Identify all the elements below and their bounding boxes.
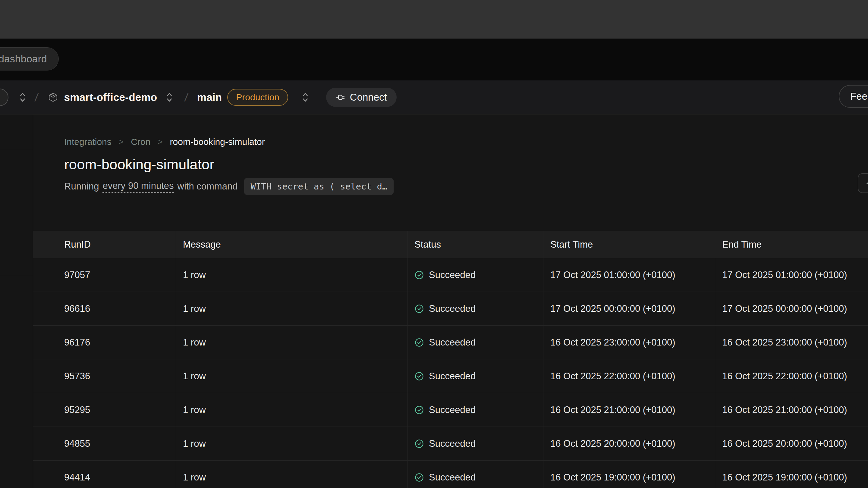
feedback-button[interactable]: Feedback [839,85,868,108]
workspace-name[interactable]: smart-office-demo [64,91,157,103]
breadcrumb-item-current: room-booking-simulator [170,137,265,147]
branch-selector-chevrons-icon[interactable] [301,91,309,103]
window-titlebar [0,0,868,38]
schedule-text[interactable]: every 90 minutes [102,181,174,193]
browser-tab-dashboard[interactable]: dashboard [0,47,59,70]
status-cell: Succeeded [407,359,543,393]
org-selector-chevrons-icon[interactable] [19,91,27,103]
column-header-message: Message [176,231,407,258]
check-circle-icon [414,371,424,381]
table-row[interactable]: 95295 1 row Succeeded 16 Oct 2025 21:00:… [33,393,868,427]
start-time-cell: 16 Oct 2025 19:00:00 (+0100) [543,461,715,488]
main-panel: Integrations > Cron > room-booking-simul… [33,115,868,488]
connect-label: Connect [350,92,387,103]
table-row[interactable]: 94855 1 row Succeeded 16 Oct 2025 20:00:… [33,427,868,461]
message-cell: 1 row [176,461,407,488]
end-time-cell: 17 Oct 2025 01:00:00 (+0100) [715,258,868,292]
start-time-cell: 16 Oct 2025 20:00:00 (+0100) [543,427,715,460]
start-time-cell: 16 Oct 2025 23:00:00 (+0100) [543,326,715,359]
table-row[interactable]: 95736 1 row Succeeded 16 Oct 2025 22:00:… [33,359,868,393]
run-id-cell: 95295 [33,393,176,427]
message-cell: 1 row [176,427,407,460]
table-row[interactable]: 96616 1 row Succeeded 17 Oct 2025 00:00:… [33,292,868,326]
check-circle-icon [414,304,424,314]
check-circle-icon [414,338,424,347]
breadcrumb-slash: / [34,91,39,104]
branch-name[interactable]: main [197,91,222,103]
collapsed-sidebar[interactable] [0,115,33,488]
status-badge: Succeeded [429,337,475,348]
end-time-cell: 17 Oct 2025 00:00:00 (+0100) [715,292,868,325]
column-header-status: Status [407,231,543,258]
column-header-start-time: Start Time [543,231,715,258]
runs-table: RunID Message Status Start Time End Time… [33,231,868,488]
message-cell: 1 row [176,326,407,359]
workspace-toolbar: / smart-office-demo / main Production Co… [0,80,868,115]
table-row[interactable]: 94414 1 row Succeeded 16 Oct 2025 19:00:… [33,461,868,488]
plug-icon [336,93,345,102]
browser-tabstrip: dashboard [0,38,868,80]
run-id-cell: 97057 [33,258,176,292]
schedule-subtitle: Running every 90 minutes with command WI… [64,178,868,195]
status-cell: Succeeded [407,393,543,427]
run-id-cell: 94414 [33,461,176,488]
breadcrumb-item-cron[interactable]: Cron [131,137,150,147]
message-cell: 1 row [176,258,407,292]
workspace-package-icon [48,92,58,102]
command-snippet-chip[interactable]: WITH secret as ( select d… [244,178,394,195]
sidebar-divider [0,275,33,275]
tab-label: dashboard [0,53,47,65]
message-cell: 1 row [176,393,407,427]
run-id-cell: 94855 [33,427,176,460]
end-time-cell: 16 Oct 2025 21:00:00 (+0100) [715,393,868,427]
check-circle-icon [414,405,424,415]
end-time-cell: 16 Oct 2025 20:00:00 (+0100) [715,427,868,460]
end-time-cell: 16 Oct 2025 19:00:00 (+0100) [715,461,868,488]
ai-assistant-button[interactable] [858,173,868,193]
subtitle-prefix: Running [64,181,99,192]
message-cell: 1 row [176,292,407,325]
table-header-row: RunID Message Status Start Time End Time [33,231,868,258]
sparkle-icon [865,179,868,187]
check-circle-icon [414,473,424,482]
subtitle-middle: with command [178,181,238,192]
status-badge: Succeeded [429,438,475,449]
page-title: room-booking-simulator [64,156,868,173]
breadcrumb-separator: > [119,137,124,147]
status-cell: Succeeded [407,427,543,460]
run-id-cell: 96176 [33,326,176,359]
table-body: 97057 1 row Succeeded 17 Oct 2025 01:00:… [33,258,868,488]
run-id-cell: 95736 [33,359,176,393]
table-row[interactable]: 96176 1 row Succeeded 16 Oct 2025 23:00:… [33,326,868,359]
breadcrumb-item-integrations[interactable]: Integrations [64,137,112,147]
check-circle-icon [414,270,424,280]
status-badge: Succeeded [429,404,475,415]
connect-button[interactable]: Connect [326,88,397,107]
table-row[interactable]: 97057 1 row Succeeded 17 Oct 2025 01:00:… [33,258,868,292]
avatar[interactable] [0,89,8,106]
status-badge: Succeeded [429,371,475,382]
start-time-cell: 16 Oct 2025 21:00:00 (+0100) [543,393,715,427]
end-time-cell: 16 Oct 2025 23:00:00 (+0100) [715,326,868,359]
workspace-selector-chevrons-icon[interactable] [165,91,173,103]
environment-badge: Production [227,89,288,106]
status-cell: Succeeded [407,461,543,488]
status-cell: Succeeded [407,292,543,325]
status-cell: Succeeded [407,258,543,292]
run-id-cell: 96616 [33,292,176,325]
feedback-label: Feedback [850,91,868,102]
column-header-end-time: End Time [715,231,868,258]
start-time-cell: 17 Oct 2025 00:00:00 (+0100) [543,292,715,325]
page-body: Integrations > Cron > room-booking-simul… [0,115,868,488]
start-time-cell: 16 Oct 2025 22:00:00 (+0100) [543,359,715,393]
status-badge: Succeeded [429,303,475,314]
start-time-cell: 17 Oct 2025 01:00:00 (+0100) [543,258,715,292]
check-circle-icon [414,439,424,449]
message-cell: 1 row [176,359,407,393]
column-header-runid: RunID [33,231,176,258]
status-cell: Succeeded [407,326,543,359]
breadcrumb: Integrations > Cron > room-booking-simul… [64,137,868,147]
breadcrumb-slash: / [184,91,189,104]
end-time-cell: 16 Oct 2025 22:00:00 (+0100) [715,359,868,393]
status-badge: Succeeded [429,270,475,281]
